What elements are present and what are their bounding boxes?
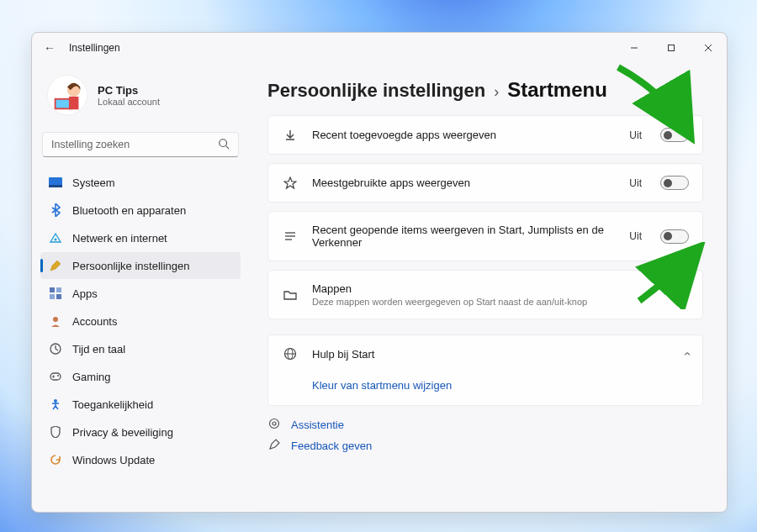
avatar [47, 75, 87, 115]
search-input[interactable]: Instelling zoeken [42, 132, 239, 157]
network-icon [49, 232, 62, 244]
svg-point-33 [270, 419, 279, 429]
toggle-recent-items[interactable] [660, 229, 689, 244]
star-icon [282, 176, 299, 190]
toggle-status: Uit [629, 230, 642, 242]
profile-subtitle: Lokaal account [98, 97, 160, 107]
sidebar-item-network[interactable]: Netwerk en internet [40, 224, 241, 251]
folder-icon [282, 289, 299, 301]
sidebar-item-apps[interactable]: Apps [40, 280, 241, 307]
download-icon [282, 129, 299, 142]
sidebar-item-label: Tijd en taal [72, 343, 125, 356]
link-label: Assistentie [291, 419, 344, 431]
close-button[interactable] [690, 34, 727, 61]
help-card: Hulp bij Start › Kleur van startmenu wij… [267, 334, 703, 406]
footer-links: Assistentie Feedback geven [267, 418, 703, 453]
breadcrumb-current: Startmenu [507, 78, 607, 102]
profile-name: PC Tips [98, 84, 160, 97]
sidebar-item-label: Apps [72, 287, 98, 300]
toggle-status: Uit [629, 129, 642, 141]
window-title: Instellingen [69, 42, 120, 54]
svg-rect-22 [50, 373, 61, 380]
back-button[interactable]: ← [44, 41, 56, 55]
minimize-button[interactable] [616, 34, 653, 61]
breadcrumb-parent[interactable]: Persoonlijke instellingen [267, 80, 485, 102]
setting-recent-items: Recent geopende items weergeven in Start… [267, 211, 703, 261]
help-title: Hulp bij Start [312, 348, 671, 361]
personalization-icon [49, 259, 62, 272]
sidebar-item-personalization[interactable]: Persoonlijke instellingen [40, 252, 241, 279]
sidebar-item-label: Toegankelijkheid [72, 398, 153, 411]
feedback-icon [267, 439, 281, 453]
sidebar-item-update[interactable]: Windows Update [40, 446, 241, 473]
settings-window: ← Instellingen [31, 32, 728, 513]
chevron-up-icon: › [680, 352, 694, 356]
sidebar-item-label: Systeem [72, 176, 115, 189]
svg-line-10 [226, 145, 230, 149]
accessibility-icon [49, 398, 62, 410]
svg-point-34 [273, 422, 276, 425]
sidebar-item-label: Bluetooth en apparaten [72, 204, 186, 217]
help-header[interactable]: Hulp bij Start › [268, 335, 702, 372]
assist-icon [267, 418, 281, 432]
list-icon [282, 230, 299, 242]
link-label: Feedback geven [291, 440, 372, 452]
search-placeholder: Instelling zoeken [51, 139, 130, 150]
setting-title: Recent geopende items weergeven in Start… [312, 224, 616, 249]
globe-icon [282, 347, 299, 361]
setting-title: Mappen [312, 282, 671, 295]
sidebar-item-label: Gaming [72, 371, 111, 383]
svg-point-18 [53, 317, 58, 322]
link-assist[interactable]: Assistentie [267, 418, 703, 432]
svg-point-9 [220, 139, 227, 146]
svg-line-21 [56, 349, 58, 350]
svg-rect-6 [56, 100, 71, 108]
svg-point-23 [57, 375, 59, 377]
svg-point-26 [54, 399, 57, 403]
time-icon [49, 343, 62, 355]
apps-icon [49, 287, 62, 299]
sidebar-item-label: Netwerk en internet [72, 232, 167, 245]
toggle-recent-apps[interactable] [660, 128, 689, 142]
profile[interactable]: PC Tips Lokaal account [40, 70, 241, 129]
sidebar-item-label: Privacy & beveiliging [72, 426, 173, 439]
svg-rect-14 [50, 287, 55, 292]
nav: Systeem Bluetooth en apparaten Netwerk e… [40, 169, 241, 473]
help-link[interactable]: Kleur van startmenu wijzigen [268, 372, 702, 405]
sidebar-item-label: Windows Update [72, 454, 155, 466]
maximize-button[interactable] [653, 34, 690, 61]
bluetooth-icon [49, 203, 62, 217]
sidebar-item-privacy[interactable]: Privacy & beveiliging [40, 419, 241, 445]
window-controls [616, 34, 727, 61]
chevron-right-icon: › [685, 288, 689, 302]
sidebar-item-label: Accounts [72, 315, 117, 328]
setting-folders[interactable]: Mappen Deze mappen worden weergegeven op… [267, 270, 703, 319]
setting-title: Recent toegevoegde apps weergeven [312, 129, 616, 141]
sidebar-item-bluetooth[interactable]: Bluetooth en apparaten [40, 197, 241, 224]
sidebar: PC Tips Lokaal account Instelling zoeken… [32, 63, 251, 512]
svg-rect-1 [669, 45, 675, 51]
toggle-status: Uit [629, 177, 642, 189]
sidebar-item-label: Persoonlijke instellingen [72, 260, 189, 272]
accounts-icon [49, 315, 62, 327]
main-panel: Persoonlijke instellingen › Startmenu Re… [251, 63, 727, 512]
sidebar-item-gaming[interactable]: Gaming [40, 363, 241, 390]
sidebar-item-time[interactable]: Tijd en taal [40, 335, 241, 362]
link-feedback[interactable]: Feedback geven [267, 439, 703, 453]
setting-subtitle: Deze mappen worden weergegeven op Start … [312, 297, 671, 307]
svg-rect-15 [56, 287, 61, 292]
svg-rect-12 [49, 185, 62, 187]
svg-rect-16 [50, 294, 55, 299]
system-icon [49, 177, 62, 187]
svg-point-13 [55, 239, 57, 241]
svg-rect-17 [56, 294, 61, 299]
chevron-right-icon: › [494, 83, 499, 101]
setting-most-used-apps: Meestgebruikte apps weergeven Uit [267, 163, 703, 203]
privacy-icon [49, 426, 62, 438]
sidebar-item-accessibility[interactable]: Toegankelijkheid [40, 391, 241, 418]
titlebar: ← Instellingen [32, 33, 727, 63]
sidebar-item-system[interactable]: Systeem [40, 169, 241, 196]
sidebar-item-accounts[interactable]: Accounts [40, 308, 241, 334]
toggle-most-used[interactable] [660, 176, 689, 190]
svg-rect-8 [69, 97, 79, 109]
